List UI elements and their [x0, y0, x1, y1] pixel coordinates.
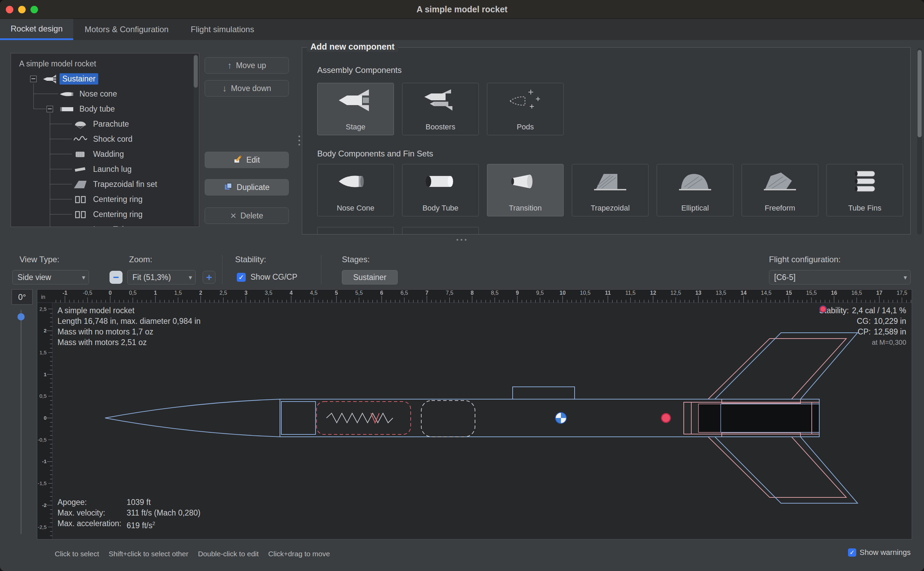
tree-item-label: Centering ring — [90, 194, 145, 205]
edit-button[interactable]: Edit — [205, 152, 289, 168]
tree-item-label: Centering ring — [90, 209, 145, 220]
delete-label: Delete — [240, 211, 263, 221]
move-down-button[interactable]: ↓ Move down — [205, 80, 289, 97]
component-button-partial-1[interactable] — [317, 227, 394, 234]
component-button-partial-2[interactable] — [402, 227, 479, 234]
tab-rocket-design[interactable]: Rocket design — [0, 19, 73, 40]
component-button-body-tube[interactable]: Body Tube — [402, 164, 479, 216]
fin-tab-top — [722, 399, 801, 403]
rocket-icon — [42, 74, 57, 84]
tree-item-a-simple-model-rocket[interactable]: A simple model rocket — [11, 56, 193, 71]
move-up-icon: ↑ — [227, 61, 232, 70]
component-tree-panel: A simple model rocketSustainerNose coneB… — [11, 53, 199, 227]
window-title: A simple model rocket — [0, 0, 924, 19]
parachute-outline — [421, 401, 475, 437]
rotation-slider-track[interactable] — [20, 310, 22, 534]
rocket-view-canvas[interactable]: in-1-0,500,511,522,533,544,555,566,577,5… — [37, 289, 912, 540]
duplicate-button[interactable]: Duplicate — [205, 179, 289, 196]
centering-ring-fwd-outline — [684, 402, 691, 434]
parachute-icon — [73, 119, 88, 130]
tree-collapse-handle[interactable] — [46, 106, 53, 112]
acceleration-label: Max. acceleration: — [57, 518, 126, 531]
tree-item-shock-cord[interactable]: Shock cord — [11, 131, 193, 147]
component-button-tube-fins[interactable]: Tube Fins — [827, 164, 903, 216]
tree-item-label: Launch lug — [90, 164, 134, 175]
tree-scrollbar[interactable] — [194, 54, 198, 225]
add-component-title: Add new component — [307, 42, 398, 52]
component-button-label: Elliptical — [657, 204, 733, 213]
show-warnings-checkbox[interactable]: ✓ — [848, 548, 856, 557]
edit-icon — [234, 155, 242, 165]
launch-lug-outline — [513, 387, 574, 399]
component-button-boosters[interactable]: Boosters — [402, 83, 479, 135]
tree-item-inner-tube[interactable]: Inner Tube — [11, 222, 193, 227]
apogee-label: Apogee: — [57, 497, 126, 508]
panel-scrollbar[interactable] — [917, 48, 922, 235]
delete-button[interactable]: × Delete — [205, 207, 289, 224]
flight-configuration-value: [C6-5] — [774, 273, 796, 282]
cp-marker — [662, 414, 670, 423]
tree-item-sustainer[interactable]: Sustainer — [11, 71, 193, 86]
transition-icon — [507, 168, 544, 196]
toolbar-separator — [222, 255, 222, 284]
tree-item-label: Nose cone — [77, 88, 120, 100]
tree-item-label: Wadding — [90, 148, 126, 160]
stage-toggle-sustainer[interactable]: Sustainer — [342, 270, 398, 284]
tree-item-nose-cone[interactable]: Nose cone — [11, 86, 193, 101]
horizontal-splitter-handle[interactable] — [456, 239, 467, 241]
component-button-pods[interactable]: Pods — [487, 83, 564, 135]
move-up-button[interactable]: ↑ Move up — [205, 57, 289, 74]
fin-tab-bottom — [722, 433, 801, 437]
launch-lug-icon — [73, 164, 88, 174]
component-button-transition[interactable]: Transition — [487, 164, 564, 216]
zoom-select[interactable]: Fit (51,3%) ▾ — [127, 270, 196, 284]
cg-value: 10,229 in — [874, 316, 906, 326]
component-button-elliptical[interactable]: Elliptical — [657, 164, 733, 216]
component-button-freeform[interactable]: Freeform — [742, 164, 818, 216]
show-cgcp-checkbox[interactable]: ✓ — [237, 273, 246, 282]
cg-marker — [556, 412, 567, 423]
stability-value: 2,4 cal / 14,1 % — [852, 306, 906, 315]
tree-item-label: Sustainer — [60, 73, 98, 85]
component-button-stage[interactable]: Stage — [317, 83, 394, 135]
zoom-out-button[interactable]: − — [109, 271, 123, 284]
component-button-trapezoidal[interactable]: Trapezoidal — [572, 164, 648, 216]
view-type-label: View Type: — [20, 255, 60, 264]
tree-item-centering-ring[interactable]: Centering ring — [11, 192, 193, 207]
tab-flight-simulations[interactable]: Flight simulations — [180, 19, 265, 40]
mach-note: at M=0,300 — [872, 339, 906, 346]
cp-value: 12,589 in — [874, 327, 906, 336]
zoom-in-button[interactable]: + — [203, 271, 216, 284]
duplicate-icon — [224, 182, 233, 193]
component-button-label: Freeform — [742, 204, 818, 213]
tree-scrollbar-thumb[interactable] — [194, 55, 198, 88]
tab-motors-configuration[interactable]: Motors & Configuration — [73, 19, 180, 40]
tree-item-centering-ring[interactable]: Centering ring — [11, 207, 193, 222]
tree-item-body-tube[interactable]: Body tube — [11, 101, 193, 116]
view-type-select[interactable]: Side view ▾ — [12, 270, 89, 284]
tree-item-launch-lug[interactable]: Launch lug — [11, 162, 193, 177]
flight-configuration-select[interactable]: [C6-5] ▾ — [769, 270, 911, 284]
hint-click-select: Click to select — [55, 550, 99, 558]
tree-item-trapezoidal-fin-set[interactable]: Trapezoidal fin set — [11, 177, 193, 192]
tab-bar: Rocket design Motors & Configuration Fli… — [0, 19, 924, 40]
edit-label: Edit — [246, 156, 260, 165]
tree-collapse-handle[interactable] — [30, 76, 37, 82]
component-button-nose-cone[interactable]: Nose Cone — [317, 164, 394, 216]
rotation-slider-thumb[interactable] — [17, 313, 25, 320]
titlebar: A simple model rocket — [0, 0, 924, 19]
tree-item-wadding[interactable]: Wadding — [11, 147, 193, 162]
vertical-splitter-handle[interactable] — [299, 136, 300, 145]
toolbar-separator — [321, 255, 321, 284]
panel-scrollbar-thumb[interactable] — [918, 50, 922, 137]
component-button-label: Stage — [317, 123, 394, 131]
rocket-name: A simple model rocket — [57, 306, 200, 316]
component-button-label: Body Tube — [402, 204, 479, 213]
centering-ring-icon — [73, 210, 88, 220]
tree-item-parachute[interactable]: Parachute — [11, 116, 193, 131]
stability-block: Stability:2,4 cal / 14,1 % CG:10,229 in … — [819, 306, 906, 348]
performance-block: Apogee:1039 ft Max. velocity:311 ft/s (M… — [57, 497, 200, 531]
body-tube-icon — [59, 104, 74, 114]
minus-icon: − — [113, 272, 119, 282]
body-tube-big-icon — [422, 168, 459, 196]
